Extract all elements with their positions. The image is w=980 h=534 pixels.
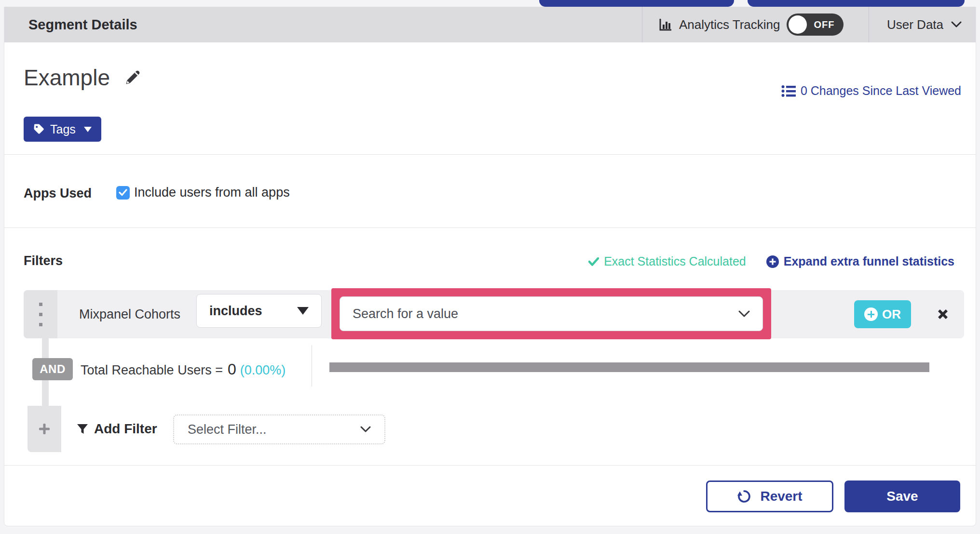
select-filter-placeholder: Select Filter... [188,422,267,437]
changes-link-label: 0 Changes Since Last Viewed [801,84,961,98]
add-filter-plus-column[interactable] [27,406,61,452]
total-reachable-label: Total Reachable Users = [81,363,223,378]
revert-button[interactable]: Revert [706,481,833,512]
save-button-label: Save [886,489,918,504]
tags-button[interactable]: Tags [24,117,101,142]
segment-name: Example [24,65,110,91]
chevron-down-icon [951,21,962,28]
apps-used-label: Apps Used [24,186,92,201]
user-data-dropdown[interactable]: User Data [887,7,962,42]
filter-operator-value: includes [209,304,262,319]
segment-name-row: Example [24,65,143,91]
add-filter-label-row: Add Filter [77,406,157,452]
cropped-top-button-right[interactable] [748,0,965,7]
total-reachable-value: 0 [228,360,236,378]
filter-name: Mixpanel Cohorts [79,290,180,338]
caret-down-icon [297,307,309,315]
toggle-knob [789,15,807,34]
filter-value-placeholder: Search for a value [353,307,458,321]
drag-dot [39,323,42,326]
total-reachable-users: Total Reachable Users = 0 (0.00%) [81,360,286,378]
funnel-icon [77,423,88,435]
card-header-bar: Segment Details Analytics Tracking OFF U… [4,7,976,42]
reachable-users-bar [329,362,929,372]
expand-funnel-statistics-label: Expand extra funnel statistics [784,254,954,268]
filter-operator-select[interactable]: includes [196,294,322,328]
include-all-apps-checkbox[interactable] [116,186,130,200]
check-icon [588,257,599,266]
highlight-annotation-box: Search for a value [331,288,771,339]
filter-value-select[interactable]: Search for a value [340,296,763,331]
include-all-apps-label: Include users from all apps [134,185,290,200]
revert-button-label: Revert [760,489,802,504]
add-or-condition-button[interactable]: OR [854,300,911,328]
cropped-top-button-left[interactable] [539,0,734,7]
plus-circle-icon [766,255,779,268]
analytics-tracking-label: Analytics Tracking [679,17,780,32]
select-filter-dropdown[interactable]: Select Filter... [173,414,385,444]
total-reachable-percent: (0.00%) [240,363,286,378]
drag-dot [39,303,42,306]
change-list-icon [781,85,796,97]
header-divider [642,7,642,42]
filter-drag-handle[interactable] [24,290,57,338]
drag-dot [39,313,42,316]
add-filter-label: Add Filter [94,421,157,437]
page-title: Segment Details [28,7,137,42]
chevron-down-icon [360,426,371,433]
chevron-down-icon [738,310,750,318]
section-divider [4,465,976,466]
and-operator-badge: AND [32,358,73,380]
tag-icon [33,123,45,135]
vertical-divider [312,345,312,387]
expand-funnel-statistics-link[interactable]: Expand extra funnel statistics [766,254,954,268]
toggle-state-label: OFF [814,13,835,36]
section-divider [4,227,976,228]
filter-row: Mixpanel Cohorts includes Search for a v… [24,290,964,338]
filters-heading: Filters [24,254,63,268]
exact-statistics-status: Exact Statistics Calculated [588,254,746,268]
edit-pencil-icon[interactable] [122,67,143,88]
bar-chart-icon [658,17,673,32]
include-all-apps-row: Include users from all apps [116,185,290,200]
revert-icon [737,489,751,504]
segment-details-card: Segment Details Analytics Tracking OFF U… [4,7,976,526]
or-button-label: OR [882,307,901,322]
header-divider [869,7,869,42]
changes-since-last-viewed-link[interactable]: 0 Changes Since Last Viewed [781,84,961,98]
tags-button-label: Tags [50,122,76,136]
user-data-label: User Data [887,17,943,32]
filters-status-links: Exact Statistics Calculated Expand extra… [588,254,954,268]
analytics-tracking-control: Analytics Tracking OFF [658,7,844,42]
analytics-tracking-toggle[interactable]: OFF [787,13,844,36]
section-divider [4,154,976,155]
save-button[interactable]: Save [844,481,960,512]
caret-down-icon [84,127,92,132]
plus-circle-icon [864,307,878,321]
segment-details-page: Segment Details Analytics Tracking OFF U… [0,0,980,534]
remove-filter-button[interactable] [928,290,957,338]
exact-statistics-label: Exact Statistics Calculated [604,254,746,268]
